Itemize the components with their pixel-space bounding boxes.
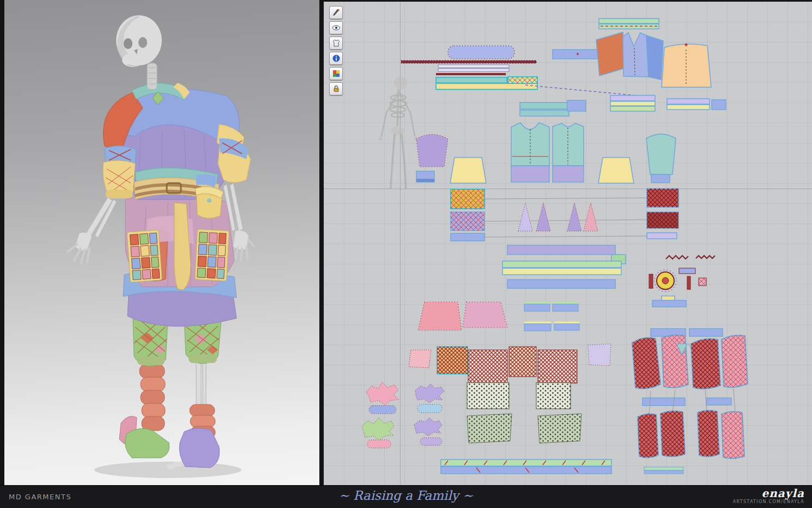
- waist-yellow[interactable]: [502, 268, 621, 275]
- texture-view-button[interactable]: [329, 67, 343, 80]
- stack2-yellow[interactable]: [667, 105, 710, 110]
- pen-tool-button[interactable]: [329, 6, 343, 19]
- boot-red-a-hatch: [638, 414, 658, 457]
- gore-4[interactable]: [584, 203, 598, 231]
- legline-4: [734, 389, 735, 414]
- strip-blue-small[interactable]: [652, 300, 686, 307]
- stack-lavender[interactable]: [610, 95, 655, 101]
- bodice-front-band[interactable]: [511, 166, 549, 182]
- 3d-render: [4, 0, 319, 485]
- band-blue-c[interactable]: [524, 324, 551, 331]
- legging-red-b-hatch: [691, 339, 720, 389]
- show-2d-button[interactable]: [329, 21, 343, 34]
- mini-blue-strip[interactable]: [679, 268, 695, 274]
- gore-1[interactable]: [518, 203, 532, 231]
- md-garments-window: MD GARMENTS ~ Raising a Family ~ enayla …: [0, 0, 812, 508]
- artist-brand: enayla ARTSTATION.COM/ENAYLA: [733, 488, 804, 504]
- waist-green[interactable]: [502, 261, 621, 268]
- dotgrid-b-hatch: [536, 383, 571, 409]
- mini-pink-hatch-hatch: [699, 278, 706, 286]
- pin-stick-a[interactable]: [649, 274, 653, 288]
- trim-lavender-b[interactable]: [438, 69, 509, 71]
- patch-panel-right: [195, 229, 229, 281]
- show-garment-button[interactable]: [329, 37, 343, 50]
- gusset-yellow-left[interactable]: [450, 158, 486, 183]
- scallop-purple-b[interactable]: [414, 418, 442, 436]
- trim-lavender-a[interactable]: [438, 65, 509, 68]
- 3d-viewport[interactable]: [4, 0, 319, 485]
- cuffband-right-b[interactable]: [689, 329, 723, 336]
- cuff-blue-left-stripe[interactable]: [416, 179, 434, 182]
- band-blue-a[interactable]: [524, 304, 550, 311]
- pill-pink[interactable]: [367, 440, 391, 448]
- pocket-darkred-hatch: [647, 212, 678, 228]
- scallop-purple-a[interactable]: [415, 384, 444, 403]
- anklestrip-a[interactable]: [643, 398, 685, 406]
- 2d-pattern-panel[interactable]: [324, 0, 812, 485]
- stack-green[interactable]: [610, 106, 655, 111]
- waist-blue[interactable]: [507, 280, 615, 288]
- skirt-panel-salmon[interactable]: [418, 302, 462, 330]
- boot-red-b-hatch: [660, 411, 685, 456]
- eye-icon: [332, 23, 341, 32]
- scallop-green[interactable]: [362, 418, 394, 440]
- legging-pink-a-hatch: [662, 335, 688, 388]
- band-blue-b[interactable]: [553, 304, 578, 311]
- belt-rounded[interactable]: [448, 46, 514, 59]
- hem-green-long-hatch: [441, 459, 611, 466]
- leg-wraps-left: [140, 364, 165, 431]
- top-back-dot[interactable]: [685, 44, 688, 46]
- bottomright-blue[interactable]: [644, 470, 683, 474]
- strip-lav-right[interactable]: [647, 233, 677, 239]
- bottomright-green[interactable]: [644, 467, 683, 470]
- stack2-lavender[interactable]: [667, 99, 710, 104]
- zigzag-b[interactable]: [696, 256, 715, 258]
- info-button[interactable]: [329, 52, 343, 65]
- strip-yellow-selected[interactable]: [436, 83, 537, 89]
- scallop-pink[interactable]: [366, 382, 399, 405]
- pill-blue[interactable]: [369, 406, 396, 414]
- quilt-cream-hatch: [509, 347, 536, 377]
- sleevecap-purple[interactable]: [416, 135, 448, 167]
- mark-dot-red[interactable]: [577, 53, 579, 55]
- waist-lavender[interactable]: [507, 245, 615, 255]
- gore-2[interactable]: [536, 203, 550, 231]
- gusset-yellow-right[interactable]: [598, 158, 634, 183]
- pill-lightblue[interactable]: [417, 404, 442, 413]
- hem-blue-long[interactable]: [441, 467, 611, 474]
- mini-blue[interactable]: [567, 100, 586, 111]
- dotgrid-a-hatch: [467, 383, 509, 409]
- quilt-light-a-hatch: [468, 350, 507, 383]
- cuff-blue-right[interactable]: [651, 174, 670, 183]
- stack-yellow[interactable]: [610, 101, 655, 106]
- top-front-sleeve-blue[interactable]: [646, 35, 663, 80]
- trim-maroon-long[interactable]: [401, 61, 536, 63]
- pattern-canvas[interactable]: [324, 2, 812, 487]
- quad-lavender[interactable]: [588, 344, 611, 366]
- anklestrip-b[interactable]: [707, 398, 731, 405]
- knee-pink-small[interactable]: [409, 350, 431, 368]
- pin-stick-b[interactable]: [687, 276, 690, 289]
- sleevecap-teal[interactable]: [646, 134, 676, 174]
- skirt-panel-mauve[interactable]: [463, 302, 507, 328]
- band-blue-d[interactable]: [554, 324, 579, 330]
- artist-name: enayla: [733, 488, 804, 499]
- gore-3[interactable]: [567, 203, 581, 231]
- trim-maroon-short[interactable]: [436, 73, 506, 75]
- strip-teal-selected[interactable]: [436, 77, 507, 83]
- lock-button[interactable]: [329, 82, 343, 95]
- zigzag-a[interactable]: [666, 256, 688, 259]
- pocket-gold-hatch-hatch: [451, 189, 484, 209]
- top-front-body[interactable]: [623, 33, 649, 77]
- strip-green-top-a[interactable]: [599, 19, 659, 23]
- stack2-blue[interactable]: [712, 100, 726, 110]
- strip-teal-a[interactable]: [520, 102, 569, 109]
- pill-purple[interactable]: [420, 438, 442, 445]
- bodice-back-band[interactable]: [553, 166, 584, 182]
- buckle-wheel-hub[interactable]: [662, 277, 669, 284]
- lock-icon: [332, 84, 341, 93]
- strip-teal-b[interactable]: [520, 110, 569, 116]
- strip-blue-pocket[interactable]: [451, 233, 484, 241]
- top-front-sleeve-orange[interactable]: [596, 32, 625, 76]
- info-icon: [332, 54, 341, 63]
